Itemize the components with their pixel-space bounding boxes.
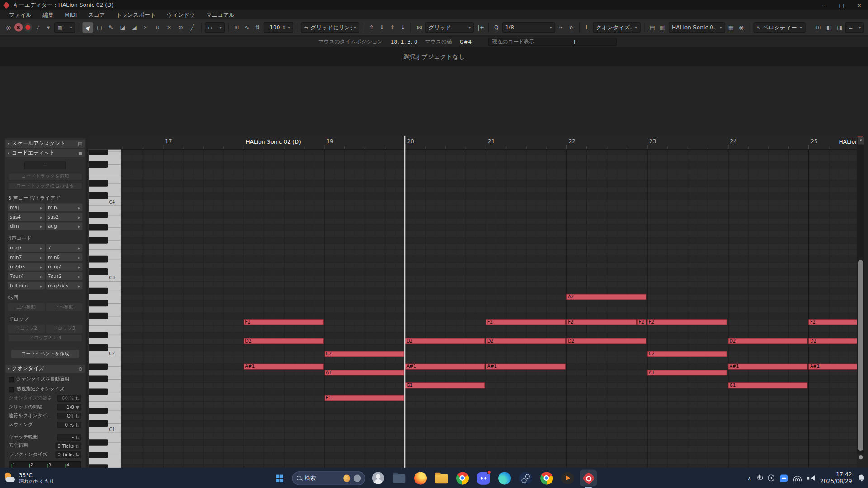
mic-icon[interactable] [757, 475, 762, 482]
tray-expand-icon[interactable]: ∧ [747, 475, 751, 481]
midi-note[interactable]: F2 [647, 319, 727, 325]
midi-note[interactable]: A#1 [728, 363, 808, 370]
quantize-strength-value[interactable]: 60 % ⇅ [57, 395, 81, 402]
wifi-icon[interactable] [793, 475, 802, 481]
chord-button-minj7[interactable]: minj7▶ [46, 263, 82, 271]
menu-file[interactable]: ファイル [3, 11, 37, 19]
part-select-dropdown[interactable]: HALion Sonic 0.▾ [669, 22, 725, 33]
glue-tool[interactable]: ∪ [152, 22, 163, 33]
timeline-ruler[interactable]: 1719202122232425HALion Sonic 02 (D)HALio… [89, 136, 857, 150]
midi-note[interactable]: A1 [647, 370, 727, 376]
vertical-scrollbar[interactable] [857, 136, 864, 454]
solo-button[interactable]: S [14, 23, 23, 31]
chord-button-maj7[interactable]: maj7▶ [8, 244, 44, 252]
nudge-right-icon[interactable]: ↓ [398, 22, 408, 33]
black-key[interactable] [89, 452, 108, 458]
midi-note[interactable]: C2 [647, 351, 727, 357]
midi-note[interactable]: A#1 [808, 363, 857, 370]
chord-button-7[interactable]: 7▶ [46, 244, 82, 252]
drop-2-button[interactable]: ドロップ2 [8, 325, 44, 333]
black-key[interactable] [89, 150, 108, 155]
midi-note[interactable]: G1 [728, 382, 808, 389]
black-key[interactable] [89, 256, 108, 262]
piano-keyboard[interactable]: C4C3C2C1 [89, 150, 121, 488]
insert-velocity-spinner[interactable]: 100⇅▾ [264, 22, 293, 33]
close-button[interactable]: × [850, 0, 868, 10]
black-key[interactable] [89, 180, 108, 186]
black-key[interactable] [89, 332, 108, 338]
section-menu-icon[interactable]: ▤ [78, 141, 82, 146]
chord-button-maj[interactable]: maj▶ [8, 204, 44, 211]
grid-spacing-value[interactable]: 1/8▼ [57, 404, 81, 411]
black-key[interactable] [89, 287, 108, 294]
black-key[interactable] [89, 313, 108, 319]
step-input-icon[interactable]: ∿ [242, 22, 252, 33]
left-zone-toggle[interactable]: ◧ [824, 22, 834, 33]
midi-note[interactable]: A2 [566, 294, 646, 300]
chord-button-7sus4[interactable]: 7sus4▶ [8, 272, 44, 280]
chord-button-7sus2[interactable]: 7sus2▶ [46, 272, 82, 280]
nudge-start-left-icon[interactable]: ⇑ [367, 22, 376, 33]
note-grid[interactable]: F2D2A#1C2A1F1D2A#1G1F2D2A#1A2F2D2F2F2C2A… [121, 150, 857, 488]
match-chord-track-button[interactable]: コードトラックに合わせる [8, 182, 82, 190]
event-colors-icon[interactable]: ▦ [726, 22, 736, 33]
nudge-left-icon[interactable]: ↑ [387, 22, 397, 33]
firefox-icon[interactable] [412, 470, 429, 487]
chord-button-full-dim[interactable]: full dim▶ [8, 282, 44, 289]
black-key[interactable] [89, 439, 108, 446]
rough-quantize-value[interactable]: 0 Ticks⇅ [55, 451, 81, 458]
accessibility-icon[interactable] [768, 475, 775, 482]
black-key[interactable] [89, 300, 108, 306]
menu-window[interactable]: ウィンドウ [161, 11, 201, 19]
weather-widget[interactable]: 35°C 晴れのちくもり [3, 472, 54, 484]
independent-loop-icon[interactable]: ⊞ [232, 22, 241, 33]
menu-edit[interactable]: 編集 [37, 11, 59, 19]
file-explorer-icon[interactable] [433, 470, 450, 487]
volume-icon[interactable] [807, 475, 815, 482]
section-quantize[interactable]: ▾ クオンタイズ ⊙ [5, 365, 85, 373]
acoustic-feedback-icon[interactable]: ♪ [33, 22, 42, 33]
cubase-icon[interactable] [580, 470, 597, 487]
create-chord-event-button[interactable]: コードイベントを作成 [11, 350, 79, 358]
iterative-quantize-icon[interactable]: ≈ [556, 22, 566, 33]
controller-lane-dropdown[interactable]: ∿ベロシティー▾ [753, 22, 805, 33]
mute-tool[interactable]: × [164, 22, 174, 33]
black-key[interactable] [89, 268, 108, 275]
object-selection-tool[interactable]: ▶ [82, 22, 93, 33]
black-key[interactable] [89, 211, 108, 218]
record-button[interactable] [24, 23, 32, 31]
black-key[interactable] [89, 192, 108, 199]
edit-active-part-icon[interactable]: ▥ [658, 22, 667, 33]
black-key[interactable] [89, 344, 108, 351]
move-down-button[interactable]: 下へ移動 [46, 303, 82, 311]
length-quantize-dropdown[interactable]: クオンタイズ.▾ [593, 22, 640, 33]
chord-button-min6[interactable]: min6▶ [46, 253, 82, 261]
midi-note[interactable]: A#1 [486, 363, 566, 370]
auto-quantize-checkbox[interactable] [9, 377, 14, 382]
maximize-button[interactable]: □ [833, 0, 850, 10]
midi-note[interactable]: D2 [405, 338, 485, 344]
edge-icon[interactable] [496, 470, 513, 487]
soft-quantize-checkbox[interactable] [9, 387, 14, 392]
chrome-profile-icon[interactable] [538, 470, 555, 487]
notification-center-icon[interactable] [858, 474, 865, 482]
chord-button-min7[interactable]: min7▶ [8, 253, 44, 261]
black-key[interactable] [89, 237, 108, 243]
black-key[interactable] [89, 376, 108, 382]
chord-button-maj7-5[interactable]: maj7/#5▶ [46, 282, 82, 289]
midi-note[interactable]: G1 [405, 382, 485, 389]
right-zone-toggle[interactable]: ◨ [835, 22, 844, 33]
black-key[interactable] [89, 224, 108, 230]
taskbar-search[interactable]: 検索 [292, 471, 366, 485]
safe-range-value[interactable]: 0 Ticks⇅ [55, 443, 81, 450]
stepper-icon[interactable]: ⇅ [282, 25, 286, 30]
midi-note[interactable]: F2 [244, 319, 324, 325]
midi-note[interactable]: A1 [324, 370, 404, 376]
section-scale-assistant[interactable]: ▾ スケールアシスタント ▤ [5, 140, 85, 148]
midi-note[interactable]: D2 [808, 338, 857, 344]
menu-midi[interactable]: MIDI [59, 12, 83, 18]
grid-type-dropdown[interactable]: グリッド▾ [425, 22, 474, 33]
taskbar-clock[interactable]: 17:42 2025/08/29 [820, 471, 852, 484]
range-selection-tool[interactable]: ▢ [94, 22, 104, 33]
current-chord-display[interactable]: 現在のコード表示 F [488, 38, 617, 46]
